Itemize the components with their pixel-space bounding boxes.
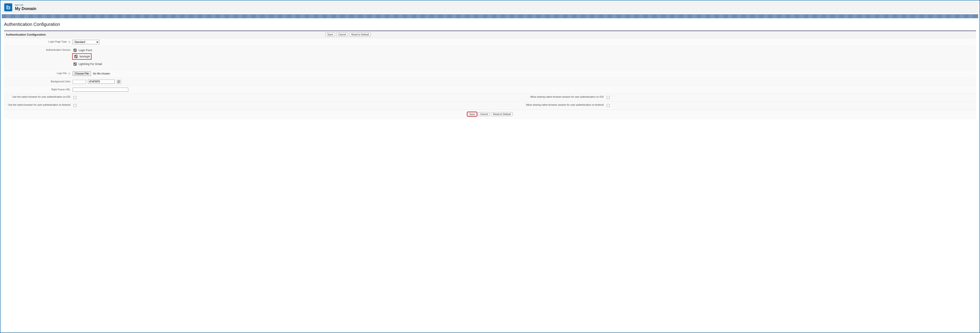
checkbox-facelogin[interactable]: [75, 55, 78, 58]
reset-button[interactable]: Reset to Default: [349, 32, 371, 36]
auth-config-section: Authentication Configuration Save Cancel…: [4, 30, 976, 119]
row-background-color: Background Color: [4, 78, 976, 86]
checkbox-label: Lightning For Gmail: [79, 62, 102, 66]
pair-native-ios: Use the native browser for user authenti…: [6, 95, 490, 100]
footer-cancel-button[interactable]: Cancel: [478, 112, 490, 116]
right-frame-url-input[interactable]: [73, 88, 128, 92]
label-right-frame-url: Right Frame URL: [6, 88, 73, 92]
checkbox-native-android[interactable]: [73, 104, 76, 107]
page-header: SETUP My Domain: [2, 2, 978, 13]
auth-option-lightning-gmail: Lightning For Gmail: [73, 62, 974, 66]
label-text: Logo File: [57, 72, 67, 75]
label-native-android: Use the native browser for user authenti…: [6, 103, 73, 106]
file-status: No file chosen: [93, 72, 110, 75]
checkbox-lightning-gmail[interactable]: [73, 62, 76, 66]
label-allow-share-android: Allow sharing native browser session for…: [490, 103, 606, 106]
checkbox-label: facelogin: [80, 55, 90, 58]
label-text: Login Page Type: [49, 40, 67, 43]
footer-save-button[interactable]: Save: [467, 112, 477, 116]
page-title: Authentication Configuration: [4, 21, 976, 30]
row-android: Use the native browser for user authenti…: [4, 101, 976, 109]
field-logo-file: Choose File No file chosen: [73, 71, 974, 76]
section-button-row: Save Cancel Reset to Default: [325, 32, 371, 36]
choose-file-button[interactable]: Choose File: [73, 71, 91, 76]
field-right-frame-url: [73, 88, 974, 92]
color-picker-button[interactable]: [117, 80, 121, 84]
info-icon[interactable]: i: [68, 73, 70, 75]
row-auth-service: Authentication Service Login Form facelo…: [4, 46, 976, 70]
pair-allow-share-android: Allow sharing native browser session for…: [490, 103, 974, 108]
field-login-page-type: Standard: [73, 40, 974, 44]
palette-icon: [118, 81, 120, 83]
content-area: Authentication Configuration Authenticat…: [0, 18, 980, 121]
decorative-strip: [2, 14, 978, 18]
row-right-frame-url: Right Frame URL: [4, 86, 976, 94]
header-title: My Domain: [15, 6, 36, 11]
save-button[interactable]: Save: [325, 32, 335, 36]
label-auth-service: Authentication Service: [6, 48, 73, 68]
row-login-page-type: Login Page Type i Standard: [4, 38, 976, 46]
checkbox-login-form[interactable]: [73, 49, 76, 52]
header-eyebrow: SETUP: [15, 4, 36, 6]
checkbox-label: Login Form: [79, 49, 92, 52]
row-logo-file: Logo File i Choose File No file chosen: [4, 70, 976, 78]
field-background-color: [73, 79, 974, 84]
checkbox-native-ios[interactable]: [73, 96, 76, 99]
label-login-page-type: Login Page Type i: [6, 40, 73, 44]
login-page-type-select[interactable]: Standard: [73, 40, 99, 44]
section-header: Authentication Configuration Save Cancel…: [4, 31, 976, 38]
cancel-button[interactable]: Cancel: [336, 32, 348, 36]
field-auth-service: Login Form facelogin Lightning For Gmail: [73, 48, 974, 68]
pair-allow-share-ios: Allow sharing native browser session for…: [490, 95, 974, 100]
label-background-color: Background Color: [6, 79, 73, 84]
domain-icon: [4, 3, 12, 11]
footer-button-row: Save Cancel Reset to Default: [4, 109, 976, 119]
section-title: Authentication Configuration: [6, 33, 325, 36]
background-color-input[interactable]: [88, 79, 115, 84]
label-allow-share-ios: Allow sharing native browser session for…: [490, 95, 606, 98]
color-swatch: [73, 80, 86, 84]
row-ios: Use the native browser for user authenti…: [4, 94, 976, 101]
checkbox-allow-share-android[interactable]: [607, 104, 609, 107]
footer-reset-button[interactable]: Reset to Default: [491, 112, 513, 116]
info-icon[interactable]: i: [68, 41, 70, 43]
pair-native-android: Use the native browser for user authenti…: [6, 103, 490, 108]
header-labels: SETUP My Domain: [15, 4, 36, 11]
checkbox-allow-share-ios[interactable]: [607, 96, 609, 99]
auth-option-login-form: Login Form: [73, 48, 974, 52]
label-logo-file: Logo File i: [6, 71, 73, 76]
label-native-ios: Use the native browser for user authenti…: [6, 95, 73, 98]
auth-option-facelogin: facelogin: [73, 54, 91, 59]
